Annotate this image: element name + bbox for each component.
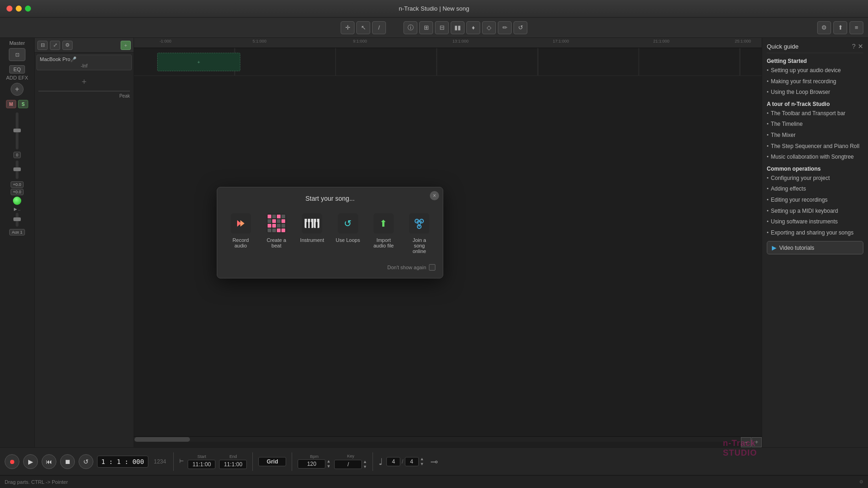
- minimize-button[interactable]: [16, 6, 22, 12]
- add-efx-plus-btn[interactable]: +: [11, 83, 24, 96]
- guide-section-getting-started: Getting Started: [767, 58, 863, 64]
- svg-marker-1: [240, 220, 245, 227]
- time-sig-top[interactable]: 4: [386, 457, 400, 466]
- guide-item-timeline[interactable]: • The Timeline: [767, 121, 863, 128]
- toolbar-pencil-btn[interactable]: ✏: [498, 21, 512, 34]
- toolbar-settings-icon[interactable]: ⚙: [817, 21, 831, 34]
- action-use-loops[interactable]: ↺ Use Loops: [332, 210, 364, 258]
- grid-value[interactable]: Grid: [258, 457, 286, 466]
- action-join-song[interactable]: Join a song online: [403, 210, 435, 258]
- guide-close-icon[interactable]: ✕: [858, 43, 863, 50]
- toolbar-refresh-btn[interactable]: ↺: [513, 21, 527, 34]
- add-efx-label[interactable]: ADD EFX: [6, 75, 28, 80]
- use-loops-icon: ↺: [338, 213, 358, 234]
- eq-button[interactable]: EQ: [9, 65, 25, 74]
- toolbar-bar-btn[interactable]: ▮▮: [451, 21, 465, 34]
- toolbar-info-btn[interactable]: ⓘ: [403, 21, 417, 34]
- action-instrument[interactable]: Instrument: [296, 210, 328, 258]
- play-button[interactable]: ▶: [23, 454, 38, 469]
- track-filter-btn[interactable]: ⊟: [37, 41, 48, 50]
- rewind-button[interactable]: ⏮: [42, 454, 56, 469]
- toolbar-select-icon[interactable]: ✛: [341, 21, 355, 34]
- action-create-beat[interactable]: Create a beat: [260, 210, 292, 258]
- toolbar-edit-icon[interactable]: /: [372, 21, 386, 34]
- time-sig-arrows[interactable]: ▲ ▼: [420, 457, 424, 466]
- end-value[interactable]: 11:1:00: [219, 460, 247, 469]
- key-controls: / ▲ ▼: [334, 459, 367, 469]
- track-routing-btn[interactable]: ⤢: [50, 41, 60, 50]
- stop-button[interactable]: ⏹: [60, 454, 75, 469]
- guide-item-toolbar[interactable]: • The Toolbar and Transport bar: [767, 110, 863, 117]
- toolbar-pen-btn[interactable]: ◇: [482, 21, 496, 34]
- guide-item-software-instruments[interactable]: • Using software instruments: [767, 218, 863, 226]
- key-arrows[interactable]: ▲ ▼: [363, 459, 367, 469]
- guide-item-loop-browser[interactable]: • Using the Loop Browser: [767, 89, 863, 96]
- guide-item-songtree[interactable]: • Music collaboration with Songtree: [767, 154, 863, 161]
- transport-divider-3: [292, 452, 292, 471]
- dialog-close-btn[interactable]: ×: [430, 191, 439, 200]
- action-record-audio[interactable]: Record audio: [225, 210, 257, 258]
- time-sig-bot[interactable]: 4: [405, 457, 419, 466]
- toolbar-needle-btn[interactable]: ♦: [466, 21, 480, 34]
- action-import-audio[interactable]: ⬆ Import audio file: [367, 210, 399, 258]
- guide-help-icon[interactable]: ?: [852, 43, 856, 50]
- timeline-ruler: -1:000 5:1:000 9:1:000 13:1:000 17:1:000…: [134, 38, 762, 48]
- solo-button[interactable]: S: [18, 100, 28, 108]
- dialog-title: Start your song...: [225, 195, 435, 202]
- metronome-area: ♩: [379, 456, 383, 467]
- window-title: n-Track Studio | New song: [399, 5, 469, 12]
- mute-button[interactable]: M: [6, 100, 16, 108]
- toolbar-prefs-icon[interactable]: ≡: [850, 21, 863, 34]
- metronome-icon[interactable]: ♩: [379, 456, 383, 467]
- transport-divider-1: [173, 452, 174, 471]
- maximize-button[interactable]: [25, 6, 31, 12]
- bpm-value[interactable]: 120: [298, 459, 325, 469]
- time-sig-sep: /: [402, 458, 403, 465]
- toolbar-share-icon[interactable]: ⬆: [833, 21, 847, 34]
- guide-item-midi-keyboard[interactable]: • Setting up a MIDI keyboard: [767, 208, 863, 215]
- start-value[interactable]: 11:1:00: [188, 460, 215, 469]
- dont-show-checkbox[interactable]: [429, 264, 435, 271]
- guide-item-export[interactable]: • Exporting and sharing your songs: [767, 229, 863, 237]
- zoom-out-btn[interactable]: −: [741, 437, 751, 447]
- record-button[interactable]: ⏺: [5, 454, 19, 469]
- loop-button[interactable]: ↺: [79, 454, 93, 469]
- peak-label: Peak: [35, 92, 134, 100]
- guide-item-audio-device[interactable]: • Setting up your audio device: [767, 67, 863, 74]
- track-settings-btn[interactable]: ⚙: [62, 41, 73, 50]
- bottom-settings-icon[interactable]: ⚙: [859, 479, 863, 484]
- master-controls: EQ ADD EFX + M S 0 +0.0 +0.0 ▶ .. Au: [0, 63, 34, 447]
- add-track-btn[interactable]: +: [121, 41, 131, 50]
- guide-header-icons: ? ✕: [852, 43, 863, 50]
- zoom-in-btn[interactable]: +: [752, 437, 762, 447]
- time-sig-control: 4 / 4 ▲ ▼: [386, 457, 424, 466]
- scroll-thumb[interactable]: [134, 437, 190, 442]
- master-fader-handle[interactable]: [13, 129, 21, 132]
- key-value[interactable]: /: [334, 460, 362, 469]
- track-list: MacBook Pro🎤 -Inf: [35, 53, 134, 74]
- transport-bar: ⏺ ▶ ⏮ ⏹ ↺ 1 : 1 : 000 1234 ⊢ Start 11:1:…: [0, 447, 868, 475]
- master-output-btn[interactable]: ⊡: [9, 48, 25, 61]
- add-track-plus[interactable]: +: [35, 74, 134, 91]
- video-tutorials-btn[interactable]: ▶ Video tutorials: [767, 241, 863, 254]
- guide-item-edit-recordings[interactable]: • Editing your recordings: [767, 197, 863, 204]
- bpm-arrows[interactable]: ▲ ▼: [326, 459, 330, 469]
- toolbar-layout-btn[interactable]: ⊟: [435, 21, 449, 34]
- guide-item-first-recording[interactable]: • Making your first recording: [767, 78, 863, 86]
- quantize-icon[interactable]: ⊸: [430, 456, 438, 467]
- toolbar-grid-btn[interactable]: ⊞: [419, 21, 433, 34]
- master-pan-handle[interactable]: [13, 167, 21, 171]
- guide-item-step-sequencer[interactable]: • The Step Sequencer and Piano Roll: [767, 143, 863, 150]
- guide-item-configure[interactable]: • Configuring your project: [767, 175, 863, 182]
- ruler-21: 21:1:000: [653, 39, 669, 43]
- toolbar-pointer-icon[interactable]: ↖: [356, 21, 370, 34]
- dialog-footer: Don't show again: [225, 264, 435, 271]
- guide-item-effects[interactable]: • Adding effects: [767, 185, 863, 193]
- track-item-macbook[interactable]: MacBook Pro🎤 -Inf: [37, 55, 132, 70]
- guide-item-mixer[interactable]: • The Mixer: [767, 132, 863, 139]
- timeline-scrollbar[interactable]: [134, 436, 762, 442]
- audio-clip-placeholder[interactable]: +: [157, 53, 240, 71]
- ruler-1: -1:000: [159, 39, 171, 43]
- close-button[interactable]: [6, 6, 12, 12]
- master-aux-handle[interactable]: [13, 217, 21, 221]
